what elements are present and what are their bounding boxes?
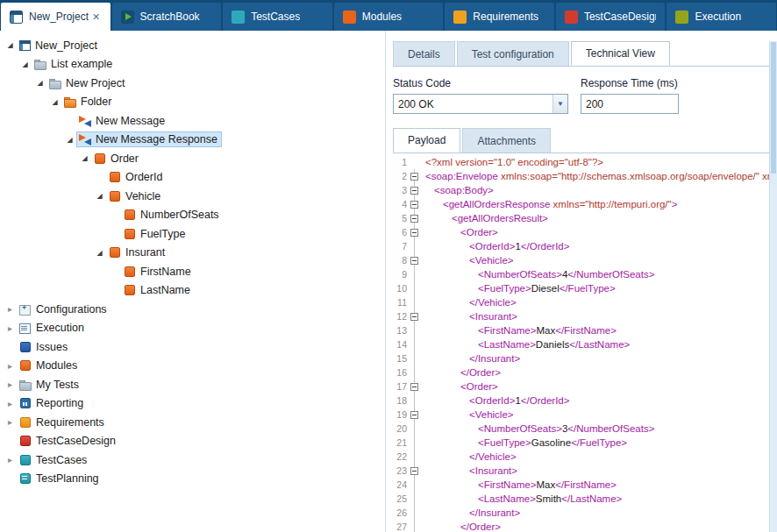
expander-expanded-icon[interactable]: ◢: [48, 98, 61, 106]
tree-item-insurant[interactable]: ◢Insurant: [0, 244, 385, 263]
expander-collapsed-icon[interactable]: ▸: [4, 361, 17, 371]
tree-item-body[interactable]: FuelType: [121, 226, 189, 242]
collapse-icon[interactable]: [410, 215, 418, 223]
tree-item-body[interactable]: Requirements: [17, 415, 109, 430]
collapse-icon[interactable]: [410, 187, 418, 195]
tree-item-folder[interactable]: ◢Folder: [0, 93, 385, 112]
tree-item-requirements[interactable]: ▸Requirements: [0, 413, 385, 432]
tree-item-testcasedesign[interactable]: TestCaseDesign: [0, 432, 385, 451]
tree-item-body[interactable]: LastName: [121, 282, 195, 298]
expander-expanded-icon[interactable]: ◢: [4, 41, 17, 49]
window-tab-scratchbook[interactable]: ScratchBook: [112, 3, 222, 31]
fold-toggle[interactable]: [409, 211, 420, 225]
tree-item-body[interactable]: TestPlanning: [17, 471, 103, 486]
fold-toggle[interactable]: [409, 183, 420, 197]
tree-item-body[interactable]: New Message Response: [76, 131, 222, 147]
fold-toggle[interactable]: [409, 309, 420, 323]
collapse-icon[interactable]: [410, 383, 418, 391]
window-tab-execution[interactable]: Execution: [667, 3, 776, 31]
tree-item-vehicle[interactable]: ◢Vehicle: [0, 187, 385, 206]
window-tab-requirements[interactable]: Requirements: [445, 3, 554, 31]
tree-item-execution[interactable]: ▸Execution: [0, 319, 385, 338]
response-time-input[interactable]: [581, 94, 679, 114]
collapse-icon[interactable]: [410, 467, 418, 475]
tree-item-body[interactable]: New_Project: [17, 38, 102, 53]
fold-toggle[interactable]: [409, 253, 420, 267]
tree-item-body[interactable]: List example: [32, 56, 117, 72]
tree-item-testplanning[interactable]: TestPlanning: [0, 470, 385, 489]
expander-collapsed-icon[interactable]: ▸: [4, 379, 17, 389]
expander-collapsed-icon[interactable]: ▸: [4, 323, 17, 333]
tree-item-firstname[interactable]: FirstName: [0, 262, 385, 281]
status-code-select[interactable]: 200 OK ▼: [393, 94, 568, 114]
tree-item-body[interactable]: Execution: [17, 320, 89, 336]
expander-expanded-icon[interactable]: ◢: [18, 60, 32, 68]
expander-collapsed-icon[interactable]: ▸: [4, 417, 17, 427]
collapse-icon[interactable]: [410, 411, 418, 419]
tree-item-body[interactable]: TestCaseDesign: [17, 433, 120, 449]
tree-item-body[interactable]: Insurant: [106, 245, 169, 260]
tree-item-reporting[interactable]: ▸Reporting: [0, 394, 385, 414]
tree-item-body[interactable]: TestCases: [17, 452, 91, 468]
tree-item-body[interactable]: NumberOfSeats: [121, 207, 224, 223]
fold-toggle[interactable]: [409, 379, 420, 394]
tree-item-orderid[interactable]: OrderId: [0, 168, 385, 188]
tree-item-body[interactable]: Order: [91, 151, 143, 167]
tab-test-configuration[interactable]: Test configuration: [457, 41, 569, 66]
collapse-icon[interactable]: [410, 201, 418, 209]
close-icon[interactable]: ×: [90, 11, 101, 23]
expander-expanded-icon[interactable]: ◢: [63, 136, 76, 144]
tree-item-new-project[interactable]: ◢New Project: [0, 74, 385, 93]
tree-item-my-tests[interactable]: ▸My Tests: [0, 375, 385, 394]
window-tab-new-project[interactable]: New_Project×: [1, 3, 110, 31]
tree-item-modules[interactable]: ▸Modules: [0, 357, 385, 376]
tree-item-body[interactable]: Vehicle: [106, 188, 165, 204]
collapse-icon[interactable]: [410, 173, 418, 181]
expander-collapsed-icon[interactable]: ▸: [4, 399, 17, 408]
tree-item-order[interactable]: ◢Order: [0, 149, 385, 168]
tree-item-body[interactable]: New Project: [46, 75, 129, 91]
tree-item-body[interactable]: Modules: [17, 358, 82, 373]
expander-collapsed-icon[interactable]: ▸: [4, 455, 17, 465]
tree-item-list-example[interactable]: ◢List example: [0, 55, 385, 74]
tree-item-body[interactable]: Issues: [17, 339, 72, 355]
payload-xml-editor[interactable]: 1<?xml version="1.0" encoding="utf-8"?>2…: [393, 153, 769, 532]
tree-item-new-project[interactable]: ◢New_Project: [0, 36, 385, 55]
tree-item-body[interactable]: Reporting: [17, 395, 88, 411]
fold-toggle[interactable]: [409, 197, 420, 211]
vertical-scrollbar[interactable]: [769, 41, 777, 532]
expander-collapsed-icon[interactable]: ▸: [4, 304, 17, 314]
tree-item-configurations[interactable]: ▸Configurations: [0, 300, 385, 319]
expander-expanded-icon[interactable]: ◢: [93, 192, 106, 200]
tree-item-body[interactable]: My Tests: [17, 377, 83, 393]
window-tab-testcases[interactable]: TestCases: [223, 3, 332, 31]
tab-details[interactable]: Details: [393, 41, 455, 66]
tab-payload[interactable]: Payload: [393, 128, 460, 153]
expander-expanded-icon[interactable]: ◢: [78, 154, 91, 162]
collapse-icon[interactable]: [410, 257, 418, 265]
collapse-icon[interactable]: [410, 313, 418, 321]
fold-toggle[interactable]: [409, 464, 420, 478]
tree-item-body[interactable]: New Message: [76, 113, 169, 129]
tree-item-testcases[interactable]: ▸TestCases: [0, 450, 385, 470]
tree-item-new-message[interactable]: New Message: [0, 111, 385, 131]
tab-attachments[interactable]: Attachments: [462, 128, 551, 153]
expander-expanded-icon[interactable]: ◢: [93, 249, 106, 257]
tree-item-numberofseats[interactable]: NumberOfSeats: [0, 206, 385, 225]
tab-technical-view[interactable]: Technical View: [571, 41, 670, 66]
expander-expanded-icon[interactable]: ◢: [33, 79, 46, 87]
window-tab-modules[interactable]: Modules: [334, 3, 444, 31]
tree-item-body[interactable]: OrderId: [106, 169, 167, 185]
tree-item-lastname[interactable]: LastName: [0, 281, 385, 301]
fold-toggle[interactable]: [409, 408, 420, 422]
tree-item-issues[interactable]: Issues: [0, 337, 385, 357]
scrollbar-thumb[interactable]: [771, 42, 776, 174]
tree-item-new-message-response[interactable]: ◢New Message Response: [0, 131, 385, 150]
collapse-icon[interactable]: [410, 229, 418, 237]
fold-toggle[interactable]: [409, 169, 420, 183]
fold-toggle[interactable]: [409, 225, 420, 239]
tree-item-body[interactable]: Folder: [61, 94, 116, 110]
tree-item-fueltype[interactable]: FuelType: [0, 224, 385, 244]
tree-item-body[interactable]: FirstName: [121, 264, 196, 280]
window-tab-testcasedesign[interactable]: TestCaseDesign: [556, 3, 666, 31]
